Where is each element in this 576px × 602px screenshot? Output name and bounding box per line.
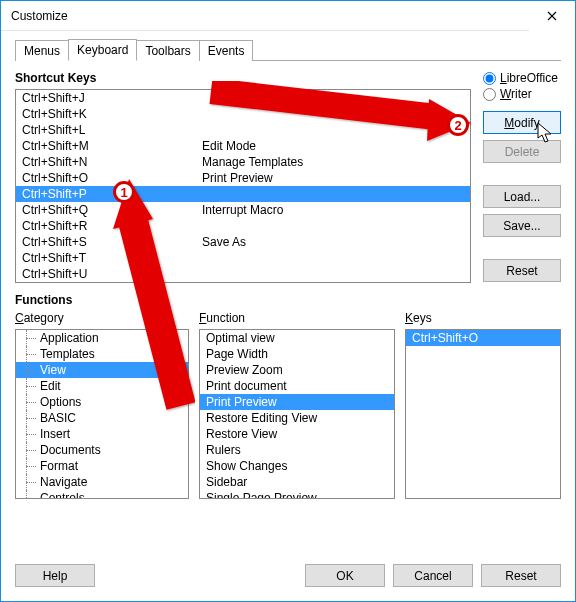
category-item[interactable]: View xyxy=(16,362,188,378)
shortcut-command-cell xyxy=(196,218,470,234)
close-icon xyxy=(547,11,557,21)
shortcut-command-cell xyxy=(196,106,470,122)
shortcut-key-cell: Ctrl+Shift+O xyxy=(16,170,196,186)
titlebar: Customize xyxy=(1,1,575,31)
function-header: Function xyxy=(199,311,395,325)
category-list[interactable]: ApplicationTemplatesViewEditOptionsBASIC… xyxy=(15,329,189,499)
function-item[interactable]: Print document xyxy=(200,378,394,394)
scope-libreoffice-input[interactable] xyxy=(483,72,496,85)
shortcut-command-cell: Interrupt Macro xyxy=(196,202,470,218)
function-item[interactable]: Restore View xyxy=(200,426,394,442)
shortcut-key-cell: Ctrl+Shift+J xyxy=(16,90,196,106)
shortcut-key-cell: Ctrl+Shift+T xyxy=(16,250,196,266)
function-item[interactable]: Page Width xyxy=(200,346,394,362)
save-button[interactable]: Save... xyxy=(483,214,561,237)
function-item[interactable]: Single Page Preview xyxy=(200,490,394,499)
function-item[interactable]: Print Preview xyxy=(200,394,394,410)
shortcut-command-cell: Print Preview xyxy=(196,170,470,186)
shortcut-keys-list[interactable]: Ctrl+Shift+JCtrl+Shift+KCtrl+Shift+LCtrl… xyxy=(15,89,471,283)
reset-side-button[interactable]: Reset xyxy=(483,259,561,282)
shortcut-key-cell: Ctrl+Shift+K xyxy=(16,106,196,122)
shortcut-row[interactable]: Ctrl+Shift+SSave As xyxy=(16,234,470,250)
shortcut-key-cell: Ctrl+Shift+M xyxy=(16,138,196,154)
scope-writer-input[interactable] xyxy=(483,88,496,101)
shortcut-command-cell: Edit Mode xyxy=(196,138,470,154)
keys-item[interactable]: Ctrl+Shift+O xyxy=(406,330,560,346)
tab-menus[interactable]: Menus xyxy=(15,40,69,61)
shortcut-key-cell: Ctrl+Shift+V xyxy=(16,282,196,283)
shortcut-command-cell: Manage Templates xyxy=(196,154,470,170)
category-item[interactable]: Edit xyxy=(16,378,188,394)
category-header: Category xyxy=(15,311,189,325)
shortcut-row[interactable]: Ctrl+Shift+K xyxy=(16,106,470,122)
delete-button[interactable]: Delete xyxy=(483,140,561,163)
shortcut-key-cell: Ctrl+Shift+R xyxy=(16,218,196,234)
shortcut-key-cell: Ctrl+Shift+U xyxy=(16,266,196,282)
category-item[interactable]: Templates xyxy=(16,346,188,362)
shortcut-command-cell xyxy=(196,282,470,283)
category-item[interactable]: Application xyxy=(16,330,188,346)
function-list[interactable]: Optimal viewPage WidthPreview ZoomPrint … xyxy=(199,329,395,499)
shortcut-command-cell xyxy=(196,186,470,202)
category-item[interactable]: Documents xyxy=(16,442,188,458)
shortcut-command-cell xyxy=(196,250,470,266)
scope-libreoffice-radio[interactable]: LibreOffice xyxy=(483,71,561,85)
function-item[interactable]: Restore Editing View xyxy=(200,410,394,426)
function-item[interactable]: Preview Zoom xyxy=(200,362,394,378)
function-item[interactable]: Rulers xyxy=(200,442,394,458)
close-button[interactable] xyxy=(529,1,575,31)
shortcut-row[interactable]: Ctrl+Shift+P xyxy=(16,186,470,202)
window-title: Customize xyxy=(11,9,529,23)
function-item[interactable]: Sidebar xyxy=(200,474,394,490)
shortcut-command-cell xyxy=(196,266,470,282)
category-item[interactable]: Options xyxy=(16,394,188,410)
functions-label: Functions xyxy=(15,293,561,307)
reset-bottom-button[interactable]: Reset xyxy=(481,564,561,587)
shortcut-command-cell xyxy=(196,122,470,138)
cancel-button[interactable]: Cancel xyxy=(393,564,473,587)
tab-events[interactable]: Events xyxy=(199,40,254,61)
shortcut-row[interactable]: Ctrl+Shift+T xyxy=(16,250,470,266)
shortcut-keys-label: Shortcut Keys xyxy=(15,71,471,85)
function-item[interactable]: Show Changes xyxy=(200,458,394,474)
shortcut-row[interactable]: Ctrl+Shift+MEdit Mode xyxy=(16,138,470,154)
tab-bar: Menus Keyboard Toolbars Events xyxy=(15,39,561,61)
tab-keyboard[interactable]: Keyboard xyxy=(68,39,137,61)
help-button[interactable]: Help xyxy=(15,564,95,587)
shortcut-row[interactable]: Ctrl+Shift+OPrint Preview xyxy=(16,170,470,186)
dialog-button-row: Help OK Cancel Reset xyxy=(15,564,561,587)
modify-button[interactable]: Modify xyxy=(483,111,561,134)
scope-writer-radio[interactable]: Writer xyxy=(483,87,561,101)
shortcut-command-cell: Save As xyxy=(196,234,470,250)
shortcut-row[interactable]: Ctrl+Shift+U xyxy=(16,266,470,282)
category-item[interactable]: BASIC xyxy=(16,410,188,426)
load-button[interactable]: Load... xyxy=(483,185,561,208)
category-item[interactable]: Controls xyxy=(16,490,188,499)
shortcut-key-cell: Ctrl+Shift+Q xyxy=(16,202,196,218)
shortcut-row[interactable]: Ctrl+Shift+QInterrupt Macro xyxy=(16,202,470,218)
shortcut-key-cell: Ctrl+Shift+N xyxy=(16,154,196,170)
shortcut-row[interactable]: Ctrl+Shift+NManage Templates xyxy=(16,154,470,170)
scope-libreoffice-label: LibreOffice xyxy=(500,71,558,85)
category-item[interactable]: Navigate xyxy=(16,474,188,490)
shortcut-command-cell xyxy=(196,90,470,106)
shortcut-key-cell: Ctrl+Shift+S xyxy=(16,234,196,250)
shortcut-row[interactable]: Ctrl+Shift+V xyxy=(16,282,470,283)
shortcut-key-cell: Ctrl+Shift+P xyxy=(16,186,196,202)
category-item[interactable]: Insert xyxy=(16,426,188,442)
keys-header: Keys xyxy=(405,311,561,325)
ok-button[interactable]: OK xyxy=(305,564,385,587)
shortcut-row[interactable]: Ctrl+Shift+L xyxy=(16,122,470,138)
shortcut-row[interactable]: Ctrl+Shift+J xyxy=(16,90,470,106)
category-item[interactable]: Format xyxy=(16,458,188,474)
tab-toolbars[interactable]: Toolbars xyxy=(136,40,199,61)
function-item[interactable]: Optimal view xyxy=(200,330,394,346)
shortcut-key-cell: Ctrl+Shift+L xyxy=(16,122,196,138)
shortcut-row[interactable]: Ctrl+Shift+R xyxy=(16,218,470,234)
scope-writer-label: Writer xyxy=(500,87,532,101)
keys-list[interactable]: Ctrl+Shift+O xyxy=(405,329,561,499)
